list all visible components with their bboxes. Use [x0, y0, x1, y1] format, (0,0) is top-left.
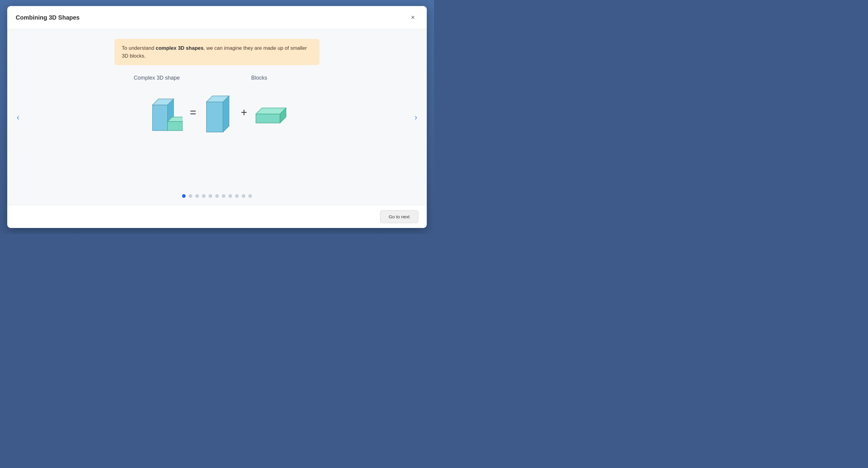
pagination-dot-5[interactable] — [215, 194, 219, 198]
green-block-svg — [254, 97, 290, 127]
pagination-dot-6[interactable] — [222, 194, 225, 198]
pagination-dot-0[interactable] — [182, 194, 186, 198]
info-text-bold: complex 3D shapes — [156, 45, 204, 51]
modal-title: Combining 3D Shapes — [16, 14, 80, 21]
blue-block-svg — [204, 88, 234, 137]
svg-marker-6 — [207, 102, 223, 132]
close-icon: × — [411, 13, 415, 21]
plus-sign: + — [241, 106, 247, 119]
nav-arrow-left[interactable]: ‹ — [12, 111, 24, 123]
pagination-dot-3[interactable] — [202, 194, 206, 198]
info-box: To understand complex 3D shapes, we can … — [115, 39, 319, 65]
complex-shape-svg — [144, 88, 183, 137]
pagination-dot-10[interactable] — [248, 194, 252, 198]
modal-header: Combining 3D Shapes × — [7, 6, 427, 29]
diagram-area: Complex 3D shape Blocks — [31, 75, 403, 189]
chevron-right-icon: › — [414, 113, 417, 122]
diagram-labels: Complex 3D shape Blocks — [121, 75, 313, 81]
close-button[interactable]: × — [407, 12, 418, 23]
diagram-equation: = + — [144, 88, 290, 137]
svg-marker-3 — [167, 121, 183, 130]
modal-content: To understand complex 3D shapes, we can … — [7, 29, 427, 205]
chevron-left-icon: ‹ — [17, 113, 19, 122]
go-next-button[interactable]: Go to next — [380, 210, 418, 223]
svg-marker-8 — [223, 96, 229, 132]
info-text-before: To understand — [122, 45, 156, 51]
modal-footer: Go to next — [7, 205, 427, 228]
svg-marker-0 — [153, 105, 167, 130]
pagination-dot-1[interactable] — [189, 194, 192, 198]
modal-wrapper: Combining 3D Shapes × To understand comp… — [7, 6, 427, 228]
pagination-dot-4[interactable] — [209, 194, 212, 198]
nav-arrow-right[interactable]: › — [410, 111, 422, 123]
label-blocks: Blocks — [205, 75, 313, 81]
pagination-dot-9[interactable] — [242, 194, 245, 198]
svg-marker-9 — [256, 114, 280, 123]
pagination-dot-2[interactable] — [195, 194, 199, 198]
pagination-dot-7[interactable] — [228, 194, 232, 198]
label-complex-shape: Complex 3D shape — [121, 75, 193, 81]
pagination-dot-8[interactable] — [235, 194, 239, 198]
equals-sign: = — [190, 106, 196, 119]
pagination-dots — [182, 189, 252, 198]
